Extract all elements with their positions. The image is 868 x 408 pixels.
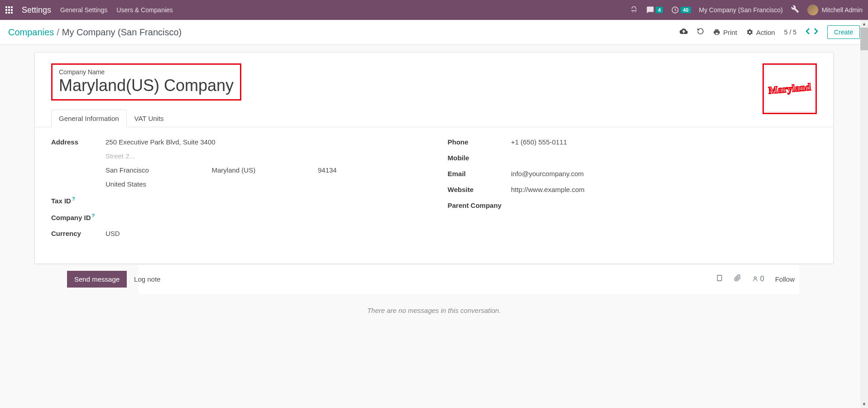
address-value: 250 Executive Park Blvd, Suite 3400 Stre…	[106, 138, 421, 188]
nav-general-settings[interactable]: General Settings	[60, 6, 107, 14]
country-value[interactable]: United States	[106, 180, 421, 188]
phone-label: Phone	[448, 138, 511, 146]
logo-text: Maryland	[768, 81, 811, 96]
print-button[interactable]: Print	[713, 29, 737, 36]
scroll-up-icon[interactable]: ▲	[860, 20, 868, 28]
help-icon[interactable]: ?	[72, 196, 75, 202]
field-website: Website http://www.example.com	[448, 186, 817, 193]
street-value[interactable]: 250 Executive Park Blvd, Suite 3400	[106, 138, 421, 146]
attachment-icon[interactable]	[734, 274, 741, 283]
pager-prev[interactable]	[806, 28, 810, 37]
breadcrumb-current: My Company (San Francisco)	[62, 27, 182, 38]
tab-general-information[interactable]: General Information	[51, 110, 127, 127]
svg-point-1	[754, 277, 756, 279]
follow-button[interactable]: Follow	[775, 275, 795, 283]
parent-company-value[interactable]	[511, 202, 817, 209]
breadcrumb-companies[interactable]: Companies	[8, 27, 54, 38]
field-parent-company: Parent Company	[448, 202, 817, 209]
state-value[interactable]: Maryland (US)	[212, 166, 315, 174]
company-name-value[interactable]: Maryland(US) Company	[59, 77, 234, 95]
nav-users-companies[interactable]: Users & Companies	[116, 6, 173, 14]
activities-badge: 40	[681, 7, 691, 13]
field-email: Email info@yourcompany.com	[448, 170, 817, 178]
scrollbar-thumb[interactable]	[860, 28, 868, 50]
field-phone: Phone +1 (650) 555-0111	[448, 138, 817, 146]
tabs: General Information VAT Units	[35, 110, 833, 127]
conversations-badge: 4	[656, 7, 663, 13]
apps-icon[interactable]	[5, 6, 13, 14]
mobile-value[interactable]	[511, 154, 817, 162]
nav-right: 4 40 My Company (San Francisco) Mitchell…	[630, 5, 863, 15]
company-logo[interactable]: Maryland	[765, 66, 815, 112]
debug-icon[interactable]	[791, 5, 799, 15]
field-currency: Currency USD	[51, 230, 421, 237]
top-navigation: Settings General Settings Users & Compan…	[0, 0, 868, 20]
parent-company-label: Parent Company	[448, 202, 511, 209]
book-icon[interactable]	[716, 274, 723, 283]
form-header: Company Name Maryland(US) Company Maryla…	[35, 63, 833, 110]
company-selector[interactable]: My Company (San Francisco)	[699, 6, 783, 14]
gear-icon	[746, 29, 753, 36]
address-label: Address	[51, 138, 106, 188]
tax-id-label: Tax ID?	[51, 196, 106, 205]
pager-arrows	[806, 28, 818, 37]
highlighted-logo-box: Maryland	[762, 63, 817, 114]
email-label: Email	[448, 170, 511, 178]
send-message-button[interactable]: Send message	[67, 271, 127, 288]
conversations-icon[interactable]: 4	[646, 6, 663, 14]
tab-vat-units[interactable]: VAT Units	[127, 110, 172, 127]
right-column: Phone +1 (650) 555-0111 Mobile Email inf…	[448, 138, 817, 245]
action-button[interactable]: Action	[746, 29, 775, 36]
action-label: Action	[756, 29, 775, 36]
email-value[interactable]: info@yourcompany.com	[511, 170, 817, 178]
activities-icon[interactable]: 40	[671, 6, 691, 14]
control-panel: Companies / My Company (San Francisco) P…	[0, 20, 868, 45]
followers[interactable]: 0	[752, 275, 764, 283]
content-area: Company Name Maryland(US) Company Maryla…	[0, 45, 868, 407]
person-icon	[752, 276, 758, 282]
undo-icon[interactable]	[697, 28, 704, 37]
chatter-right: 0 Follow	[716, 274, 799, 283]
website-label: Website	[448, 186, 511, 193]
tax-id-value[interactable]	[106, 196, 421, 205]
company-id-value[interactable]	[106, 213, 421, 221]
field-address: Address 250 Executive Park Blvd, Suite 3…	[51, 138, 421, 188]
breadcrumb: Companies / My Company (San Francisco)	[8, 27, 182, 38]
currency-label: Currency	[51, 230, 106, 237]
user-name: Mitchell Admin	[822, 6, 863, 14]
website-value[interactable]: http://www.example.com	[511, 186, 817, 193]
shortcuts-icon[interactable]	[630, 6, 638, 14]
field-mobile: Mobile	[448, 154, 817, 162]
print-icon	[713, 29, 720, 36]
city-value[interactable]: San Francisco	[106, 166, 208, 174]
company-name-label: Company Name	[59, 68, 234, 76]
log-note-button[interactable]: Log note	[127, 271, 168, 288]
left-column: Address 250 Executive Park Blvd, Suite 3…	[51, 138, 421, 245]
no-messages-text: There are no messages in this conversati…	[34, 294, 834, 318]
help-icon[interactable]: ?	[92, 213, 95, 218]
field-company-id: Company ID?	[51, 213, 421, 221]
app-title[interactable]: Settings	[22, 5, 51, 15]
avatar	[807, 5, 818, 15]
highlighted-name-box: Company Name Maryland(US) Company	[51, 63, 241, 101]
currency-value[interactable]: USD	[106, 230, 421, 237]
company-id-label: Company ID?	[51, 213, 106, 221]
print-label: Print	[723, 29, 737, 36]
chatter: Send message Log note 0 Follow	[139, 264, 799, 294]
create-button[interactable]: Create	[827, 25, 860, 39]
breadcrumb-separator: /	[57, 27, 59, 38]
phone-value[interactable]: +1 (650) 555-0111	[511, 138, 817, 146]
zip-value[interactable]: 94134	[318, 166, 421, 174]
pager-next[interactable]	[814, 28, 818, 37]
nav-left: Settings General Settings Users & Compan…	[5, 5, 173, 15]
follower-count: 0	[760, 275, 764, 283]
pager[interactable]: 5 / 5	[784, 29, 796, 36]
scroll-down-icon[interactable]: ▼	[860, 400, 868, 407]
street2-placeholder[interactable]: Street 2...	[106, 152, 421, 160]
tab-content: Address 250 Executive Park Blvd, Suite 3…	[35, 127, 833, 245]
field-tax-id: Tax ID?	[51, 196, 421, 205]
cloud-upload-icon[interactable]	[680, 27, 688, 37]
user-menu[interactable]: Mitchell Admin	[807, 5, 863, 15]
control-panel-right: Print Action 5 / 5 Create	[680, 25, 860, 39]
scrollbar[interactable]: ▲ ▼	[860, 20, 868, 407]
